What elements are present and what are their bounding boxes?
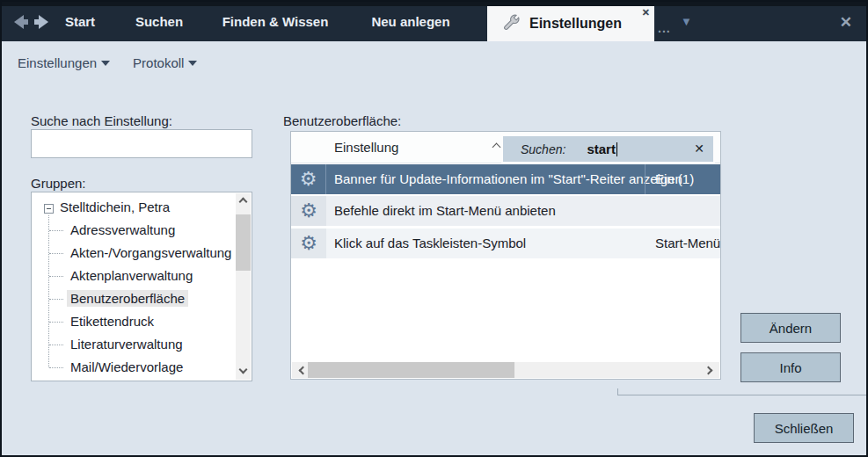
gear-icon: ⚙ xyxy=(300,234,317,253)
search-close-icon[interactable]: ✕ xyxy=(694,141,704,156)
scroll-right-icon[interactable] xyxy=(704,366,713,375)
table-row[interactable]: ⚙ Klick auf das Taskleisten-Symbol Start… xyxy=(291,228,720,258)
tree-item-label: Etikettendruck xyxy=(67,313,157,330)
window-close-icon[interactable]: ✕ xyxy=(840,13,852,32)
scrollbar-thumb[interactable] xyxy=(308,362,514,378)
tree-item-label: Benutzeroberfläche xyxy=(67,290,188,307)
tab-overflow-ellipsis[interactable]: ... xyxy=(658,21,671,35)
tree-collapse-icon[interactable] xyxy=(44,204,54,214)
scroll-up-icon[interactable] xyxy=(239,198,248,207)
table-horizontal-scrollbar[interactable] xyxy=(292,362,719,378)
scroll-down-icon[interactable] xyxy=(239,366,248,374)
back-arrow-icon[interactable] xyxy=(12,14,30,30)
setting-value: Start-Menü xyxy=(655,236,720,250)
tree-item-mail-wiedervorlage[interactable]: Mail/Wiedervorlage xyxy=(32,356,252,379)
tree-item-etikettendruck[interactable]: Etikettendruck xyxy=(32,310,252,333)
table-search-overlay: Suchen: start ✕ xyxy=(501,134,715,163)
table-search-value[interactable]: start xyxy=(587,141,616,156)
footer-divider xyxy=(617,388,866,395)
column-header-einstellung[interactable]: Einstellung xyxy=(334,140,398,155)
setting-search-input[interactable] xyxy=(31,129,252,158)
tab-finden-wissen[interactable]: Finden & Wissen xyxy=(211,2,339,41)
info-button[interactable]: Info xyxy=(740,352,841,382)
tab-einstellungen-label: Einstellungen xyxy=(529,16,622,32)
scrollbar-thumb[interactable] xyxy=(236,214,251,271)
tab-neu-anlegen[interactable]: Neu anlegen xyxy=(357,2,464,41)
setting-value: Ein (1) xyxy=(655,171,694,186)
setting-name: Klick auf das Taskleisten-Symbol xyxy=(334,236,526,250)
menu-protokoll-label: Protokoll xyxy=(133,55,184,70)
tab-close-icon[interactable]: ✕ xyxy=(642,7,650,18)
setting-search-label: Suche nach Einstellung: xyxy=(31,113,172,128)
settings-window: Start Suchen Finden & Wissen Neu anlegen… xyxy=(0,0,868,457)
groups-label: Gruppen: xyxy=(31,176,86,191)
close-button[interactable]: Schließen xyxy=(754,413,854,443)
tab-list-dropdown-icon[interactable]: ▼ xyxy=(681,15,692,28)
menu-protokoll[interactable]: Protokoll xyxy=(133,55,197,70)
gear-icon: ⚙ xyxy=(300,201,317,221)
groups-tree: Stelltdichein, Petra Adressverwaltung Ak… xyxy=(31,192,252,381)
table-row[interactable]: ⚙ Banner für Update-Informationen im "St… xyxy=(291,164,720,194)
setting-name: Befehle direkt im Start-Menü anbieten xyxy=(334,203,556,218)
table-section-label: Benutzeroberfläche: xyxy=(283,113,401,128)
sort-ascending-icon xyxy=(492,143,501,152)
gear-icon: ⚙ xyxy=(300,170,317,189)
tree-item-label: Aktenplanverwaltung xyxy=(67,267,196,284)
wrench-icon xyxy=(501,14,521,33)
menubar: Einstellungen Protokoll xyxy=(2,41,866,83)
change-button[interactable]: Ändern xyxy=(740,313,841,343)
tab-suchen[interactable]: Suchen xyxy=(125,2,193,41)
chevron-down-icon xyxy=(101,61,110,66)
text-cursor xyxy=(616,142,617,156)
scroll-left-icon[interactable] xyxy=(299,366,308,375)
tree-root-node[interactable]: Stelltdichein, Petra xyxy=(60,199,170,214)
chevron-down-icon xyxy=(188,61,197,66)
tab-einstellungen-active[interactable]: Einstellungen ✕ xyxy=(487,6,654,41)
tree-item-label: Adressverwaltung xyxy=(67,221,179,238)
tree-item-akten-vorgangsverwaltung[interactable]: Akten-/Vorgangsverwaltung xyxy=(32,242,252,265)
setting-name: Banner für Update-Informationen im "Star… xyxy=(334,171,682,186)
ribbon-tab-bar: Start Suchen Finden & Wissen Neu anlegen… xyxy=(2,2,866,41)
table-search-label: Suchen: xyxy=(521,142,565,156)
forward-arrow-icon[interactable] xyxy=(33,14,50,30)
tree-item-label: Akten-/Vorgangsverwaltung xyxy=(67,244,235,261)
tab-start[interactable]: Start xyxy=(53,2,107,41)
tree-item-label: Literaturverwaltung xyxy=(67,336,186,352)
tree-item-aktenplanverwaltung[interactable]: Aktenplanverwaltung xyxy=(32,265,252,287)
menu-einstellungen-label: Einstellungen xyxy=(18,55,97,70)
tree-item-benutzeroberflaeche[interactable]: Benutzeroberfläche xyxy=(32,287,252,310)
tree-item-label: Mail/Wiedervorlage xyxy=(67,359,186,375)
tree-item-adressverwaltung[interactable]: Adressverwaltung xyxy=(32,219,252,242)
menu-einstellungen[interactable]: Einstellungen xyxy=(18,55,110,70)
settings-table: Einstellung Suchen: start ✕ ⚙ Banner für… xyxy=(290,131,721,380)
tree-item-literaturverwaltung[interactable]: Literaturverwaltung xyxy=(32,333,252,356)
tree-vertical-scrollbar[interactable] xyxy=(236,193,251,380)
table-row[interactable]: ⚙ Befehle direkt im Start-Menü anbieten xyxy=(291,196,720,226)
history-nav xyxy=(12,14,51,30)
